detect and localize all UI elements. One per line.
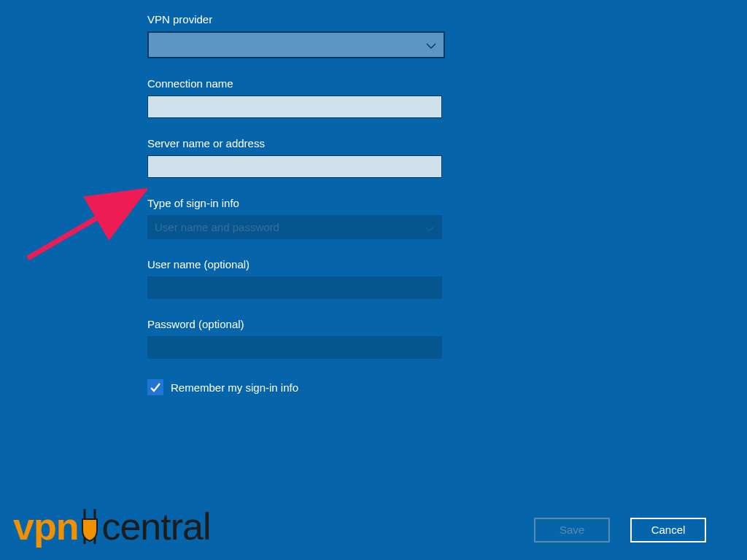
shield-icon [80, 509, 100, 553]
chevron-down-icon [425, 215, 435, 239]
save-button: Save [534, 518, 610, 542]
connection-name-field: Connection name [147, 77, 442, 118]
signin-type-value: User name and password [155, 221, 279, 233]
server-address-label: Server name or address [147, 137, 442, 149]
signin-type-select: User name and password [147, 215, 442, 239]
connection-name-input[interactable] [147, 96, 442, 118]
user-name-field: User name (optional) [147, 258, 442, 299]
annotation-arrow [23, 174, 147, 268]
vpn-connection-form: VPN provider Connection name Server name… [147, 13, 442, 395]
vpn-provider-field: VPN provider [147, 13, 442, 58]
server-address-input[interactable] [147, 155, 442, 178]
remember-checkbox[interactable] [147, 379, 163, 395]
check-icon [150, 381, 161, 393]
user-name-input [147, 276, 442, 299]
remember-label: Remember my sign-in info [171, 381, 298, 394]
password-field: Password (optional) [147, 318, 442, 359]
server-address-field: Server name or address [147, 137, 442, 178]
chevron-down-icon [426, 39, 436, 52]
logo-text-central: central [101, 505, 210, 548]
vpncentral-logo: vpn central [13, 505, 211, 548]
signin-type-field: Type of sign-in info User name and passw… [147, 197, 442, 239]
dialog-footer: Save Cancel [534, 518, 706, 542]
connection-name-label: Connection name [147, 77, 442, 90]
vpn-provider-select[interactable] [147, 31, 445, 58]
user-name-label: User name (optional) [147, 258, 442, 271]
password-input [147, 336, 442, 359]
vpn-provider-label: VPN provider [147, 13, 442, 26]
cancel-button[interactable]: Cancel [630, 518, 706, 542]
signin-type-label: Type of sign-in info [147, 197, 442, 209]
remember-row: Remember my sign-in info [147, 379, 442, 395]
password-label: Password (optional) [147, 318, 442, 330]
svg-line-1 [28, 195, 136, 258]
logo-text-vpn: vpn [13, 505, 78, 548]
